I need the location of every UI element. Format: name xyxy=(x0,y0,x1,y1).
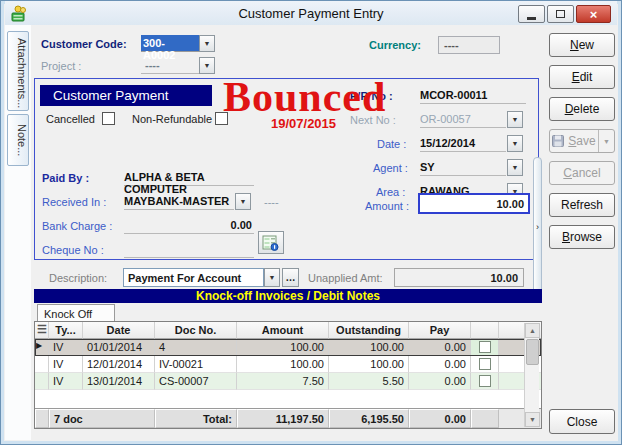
minimize-button[interactable] xyxy=(518,5,545,23)
footer-total-amount: 11,197.50 xyxy=(237,409,329,428)
description-value[interactable]: Payment For Account xyxy=(123,268,264,287)
agent-label: Agent : xyxy=(373,162,408,174)
bounced-stamp: Bounced xyxy=(223,73,386,121)
cheque-no-value[interactable] xyxy=(124,241,254,258)
cancelled-checkbox[interactable] xyxy=(102,112,115,125)
cell-outstanding[interactable]: 5.50 xyxy=(329,373,409,390)
tab-knock-off-grid[interactable]: Knock Off Grid xyxy=(37,304,115,322)
pay-checkbox[interactable] xyxy=(479,341,491,353)
table-row[interactable]: IV 13/01/2014 CS-00007 7.50 5.50 0.00 xyxy=(35,373,541,390)
cell-doc-no[interactable]: CS-00007 xyxy=(155,373,237,390)
scroll-down-button[interactable]: ▼ xyxy=(525,412,540,427)
cell-amount[interactable]: 7.50 xyxy=(237,373,329,390)
customer-payment-groupbox: Customer Payment Bounced 19/07/2015 Canc… xyxy=(34,78,539,260)
amount-value[interactable]: 10.00 xyxy=(418,193,530,214)
close-button[interactable]: Close xyxy=(549,409,615,434)
pay-checkbox[interactable] xyxy=(479,358,491,370)
cell-check[interactable] xyxy=(471,356,499,373)
customer-code-dropdown-button[interactable]: ▼ xyxy=(199,35,215,52)
cell-amount[interactable]: 100.00 xyxy=(237,356,329,373)
footer-total-label: Total: xyxy=(155,409,237,428)
cell-pay[interactable]: 0.00 xyxy=(409,356,471,373)
customer-code-combo[interactable]: 300-A0002 ▼ xyxy=(141,35,215,52)
project-value[interactable]: ---- xyxy=(141,57,199,74)
date-value[interactable]: 15/12/2014 xyxy=(420,135,506,152)
grid-vertical-scrollbar[interactable]: ▲ ▼ xyxy=(524,323,539,427)
cancel-button[interactable]: Cancel xyxy=(549,161,615,185)
col-header-date[interactable]: Date xyxy=(83,322,155,339)
received-in-value[interactable]: MAYBANK-MASTER xyxy=(124,193,234,210)
cell-pay[interactable]: 0.00 xyxy=(409,339,471,356)
col-header-doc-no[interactable]: Doc No. xyxy=(155,322,237,339)
col-header-outstanding[interactable]: Outstanding xyxy=(329,322,409,339)
panel-title: Customer Payment xyxy=(40,85,212,106)
cell-type[interactable]: IV xyxy=(49,373,83,390)
cell-doc-no[interactable]: 4 xyxy=(155,339,237,356)
delete-button[interactable]: Delete xyxy=(549,97,615,121)
knockoff-banner: Knock-off Invoices / Debit Notes xyxy=(34,289,542,303)
tab-note[interactable]: Note... xyxy=(7,114,29,166)
bank-charge-value[interactable]: 0.00 xyxy=(124,217,254,234)
col-header-type[interactable]: Ty... xyxy=(49,322,83,339)
maximize-button[interactable] xyxy=(547,5,574,23)
non-refundable-label: Non-Refundable xyxy=(132,113,212,125)
cell-check[interactable] xyxy=(471,339,499,356)
amount-label: Amount : xyxy=(365,200,409,212)
next-no-value[interactable]: OR-00057 xyxy=(420,111,506,128)
new-button[interactable]: New xyxy=(549,33,615,57)
grid-footer-row: 7 doc Total: 11,197.50 6,195.50 0.00 xyxy=(35,408,541,428)
chevron-down-icon: ▼ xyxy=(240,198,247,205)
cell-amount[interactable]: 100.00 xyxy=(237,339,329,356)
table-row[interactable]: ▶ IV 01/01/2014 4 100.00 100.00 0.00 xyxy=(35,339,541,356)
footer-total-outstanding: 6,195.50 xyxy=(329,409,409,428)
received-in-dropdown-button[interactable]: ▼ xyxy=(235,193,251,210)
edit-button[interactable]: Edit xyxy=(549,65,615,89)
cell-date[interactable]: 01/01/2014 xyxy=(83,339,155,356)
col-header-amount[interactable]: Amount xyxy=(237,322,329,339)
scrollbar-thumb[interactable] xyxy=(526,339,539,365)
grid-options-icon[interactable]: ☰ xyxy=(35,322,49,339)
cheque-no-label: Cheque No : xyxy=(42,244,104,256)
cheque-lookup-button[interactable] xyxy=(258,231,284,254)
cell-date[interactable]: 12/01/2014 xyxy=(83,356,155,373)
save-button[interactable]: Save ▼ xyxy=(549,129,615,153)
description-combo[interactable]: Payment For Account ▼ … xyxy=(123,268,299,287)
next-no-dropdown-button[interactable]: ▼ xyxy=(507,111,523,128)
save-dropdown-button[interactable]: ▼ xyxy=(598,130,614,152)
chevron-right-icon: › xyxy=(536,222,539,232)
agent-dropdown-button[interactable]: ▼ xyxy=(507,159,523,176)
payment-app-icon xyxy=(11,5,28,22)
cell-check[interactable] xyxy=(471,373,499,390)
chevron-down-icon: ▼ xyxy=(603,138,610,145)
paid-by-value[interactable]: ALPHA & BETA COMPUTER xyxy=(124,169,254,186)
cell-outstanding[interactable]: 100.00 xyxy=(329,356,409,373)
cell-type[interactable]: IV xyxy=(49,339,83,356)
description-dropdown-button[interactable]: ▼ xyxy=(264,268,280,287)
cell-date[interactable]: 13/01/2014 xyxy=(83,373,155,390)
currency-label: Currency: xyxy=(369,39,421,51)
pr-no-value[interactable]: MCOR-00011 xyxy=(420,87,526,104)
collapse-panel-splitter[interactable]: › xyxy=(533,157,542,297)
cell-outstanding[interactable]: 100.00 xyxy=(329,339,409,356)
customer-code-value[interactable]: 300-A0002 xyxy=(141,35,199,52)
project-combo[interactable]: ---- ▼ xyxy=(141,57,215,74)
cell-pay[interactable]: 0.00 xyxy=(409,373,471,390)
grid-header-row: ☰ Ty... Date Doc No. Amount Outstanding … xyxy=(35,322,541,339)
table-row[interactable]: IV 12/01/2014 IV-00021 100.00 100.00 0.0… xyxy=(35,356,541,373)
agent-value[interactable]: SY xyxy=(420,159,506,176)
cell-type[interactable]: IV xyxy=(49,356,83,373)
chevron-down-icon: ▼ xyxy=(204,62,211,69)
project-dropdown-button[interactable]: ▼ xyxy=(199,57,215,74)
col-header-pay[interactable]: Pay xyxy=(409,322,471,339)
description-ellipsis-button[interactable]: … xyxy=(282,268,299,287)
pay-checkbox[interactable] xyxy=(479,375,491,387)
close-window-button[interactable]: × xyxy=(576,5,611,23)
tab-attachments[interactable]: Attachments... xyxy=(7,31,29,111)
date-dropdown-button[interactable]: ▼ xyxy=(507,135,523,152)
refresh-button[interactable]: Refresh xyxy=(549,193,615,217)
scroll-up-icon: ▲ xyxy=(529,327,536,334)
browse-button[interactable]: Browse xyxy=(549,225,615,249)
currency-value: ---- xyxy=(438,36,500,54)
scroll-up-button[interactable]: ▲ xyxy=(525,323,540,338)
cell-doc-no[interactable]: IV-00021 xyxy=(155,356,237,373)
